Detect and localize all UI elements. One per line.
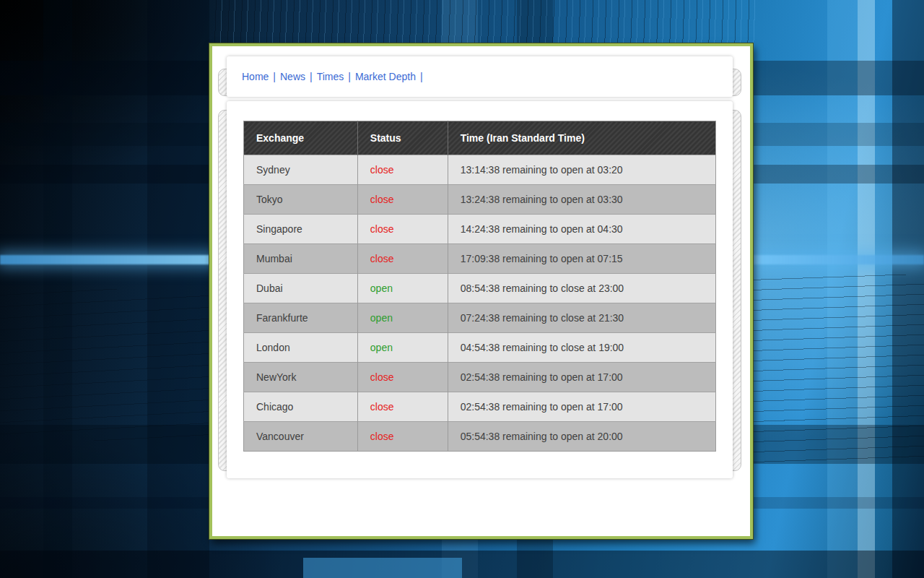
table-row: Londonopen04:54:38 remaining to close at… — [244, 333, 716, 363]
cell-status: open — [357, 274, 448, 303]
table-row: Singaporeclose14:24:38 remaining to open… — [244, 215, 716, 244]
nav-link-market-depth[interactable]: Market Depth — [355, 71, 416, 82]
cell-exchange: Mumbai — [244, 244, 358, 274]
cell-status: open — [357, 303, 448, 333]
table-row: Vancouverclose05:54:38 remaining to open… — [244, 422, 716, 452]
table-row: NewYorkclose02:54:38 remaining to open a… — [244, 363, 716, 392]
cell-time: 02:54:38 remaining to open at 17:00 — [448, 363, 715, 392]
nav-separator: | — [348, 71, 351, 82]
nav-separator: | — [420, 71, 423, 82]
market-times-table: Exchange Status Time (Iran Standard Time… — [243, 121, 716, 452]
table-row: Farankfurteopen07:24:38 remaining to clo… — [244, 303, 716, 333]
cell-exchange: Chicago — [244, 392, 358, 422]
cell-status: open — [357, 333, 448, 363]
table-row: Dubaiopen08:54:38 remaining to close at … — [244, 274, 716, 303]
content-section: Exchange Status Time (Iran Standard Time… — [212, 46, 750, 536]
wallpaper-texture — [0, 289, 217, 441]
cell-status: close — [357, 185, 448, 215]
cell-time: 08:54:38 remaining to close at 23:00 — [448, 274, 715, 303]
wallpaper-texture — [209, 0, 758, 45]
cell-time: 17:09:38 remaining to open at 07:15 — [448, 244, 715, 274]
cell-exchange: Vancouver — [244, 422, 358, 452]
wallpaper-band — [303, 558, 462, 578]
table-row: Chicagoclose02:54:38 remaining to open a… — [244, 392, 716, 422]
nav-link-home[interactable]: Home — [242, 71, 269, 82]
cell-exchange: Tokyo — [244, 185, 358, 215]
main-nav: Home|News|Times|Market Depth| — [227, 71, 427, 82]
table-header-row: Exchange Status Time (Iran Standard Time… — [244, 121, 716, 155]
wallpaper-band — [0, 551, 924, 578]
cell-time: 05:54:38 remaining to open at 20:00 — [448, 422, 715, 452]
app-window: Home|News|Times|Market Depth| Exchange S… — [209, 43, 753, 539]
table-row: Tokyoclose13:24:38 remaining to open at … — [244, 185, 716, 215]
nav-separator: | — [310, 71, 313, 82]
nav-bar: Home|News|Times|Market Depth| — [227, 56, 733, 97]
column-header-time: Time (Iran Standard Time) — [448, 121, 715, 155]
table-row: Sydneyclose13:14:38 remaining to open at… — [244, 155, 716, 185]
column-header-exchange: Exchange — [244, 121, 358, 155]
cell-exchange: Farankfurte — [244, 303, 358, 333]
cell-status: close — [357, 215, 448, 244]
cell-exchange: Dubai — [244, 274, 358, 303]
cell-time: 13:14:38 remaining to open at 03:20 — [448, 155, 715, 185]
nav-separator: | — [273, 71, 276, 82]
cell-status: close — [357, 363, 448, 392]
column-header-status: Status — [357, 121, 448, 155]
cell-time: 04:54:38 remaining to close at 19:00 — [448, 333, 715, 363]
cell-exchange: Sydney — [244, 155, 358, 185]
cell-time: 07:24:38 remaining to close at 21:30 — [448, 303, 715, 333]
cell-time: 02:54:38 remaining to open at 17:00 — [448, 392, 715, 422]
content-card: Exchange Status Time (Iran Standard Time… — [227, 101, 733, 478]
cell-exchange: Singapore — [244, 215, 358, 244]
cell-status: close — [357, 244, 448, 274]
wallpaper-texture — [751, 275, 924, 462]
cell-time: 14:24:38 remaining to open at 04:30 — [448, 215, 715, 244]
cell-exchange: London — [244, 333, 358, 363]
table-row: Mumbaiclose17:09:38 remaining to open at… — [244, 244, 716, 274]
cell-exchange: NewYork — [244, 363, 358, 392]
nav-link-news[interactable]: News — [280, 71, 305, 82]
nav-link-times[interactable]: Times — [317, 71, 344, 82]
cell-status: close — [357, 155, 448, 185]
cell-status: close — [357, 422, 448, 452]
cell-status: close — [357, 392, 448, 422]
cell-time: 13:24:38 remaining to open at 03:30 — [448, 185, 715, 215]
